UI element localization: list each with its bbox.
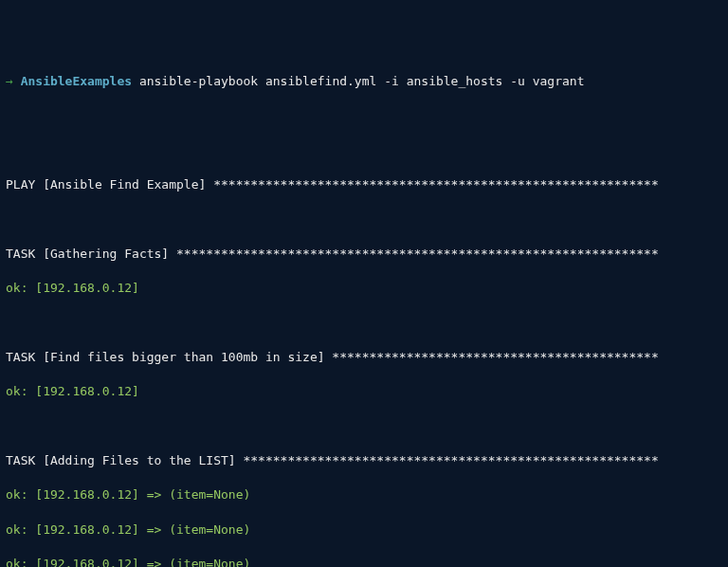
play-header: PLAY [Ansible Find Example] ************… — [6, 176, 722, 193]
prompt-arrow-icon: → — [6, 74, 21, 88]
task-gathering-facts-header: TASK [Gathering Facts] *****************… — [6, 246, 722, 263]
task-find-files-header: TASK [Find files bigger than 100mb in si… — [6, 349, 722, 366]
task-adding-files-ok-2: ok: [192.168.0.12] => (item=None) — [6, 521, 722, 539]
prompt-line: → AnsibleExamples ansible-playbook ansib… — [6, 73, 722, 90]
command-text: ansible-playbook ansiblefind.yml -i ansi… — [132, 74, 584, 88]
task-adding-files-ok-1: ok: [192.168.0.12] => (item=None) — [6, 486, 722, 503]
task-gathering-facts-ok: ok: [192.168.0.12] — [6, 280, 722, 297]
prompt-directory: AnsibleExamples — [21, 74, 132, 88]
task-find-files-ok: ok: [192.168.0.12] — [6, 383, 722, 400]
task-adding-files-header: TASK [Adding Files to the LIST] ********… — [6, 452, 722, 469]
task-adding-files-ok-3: ok: [192.168.0.12] => (item=None) — [6, 556, 722, 567]
